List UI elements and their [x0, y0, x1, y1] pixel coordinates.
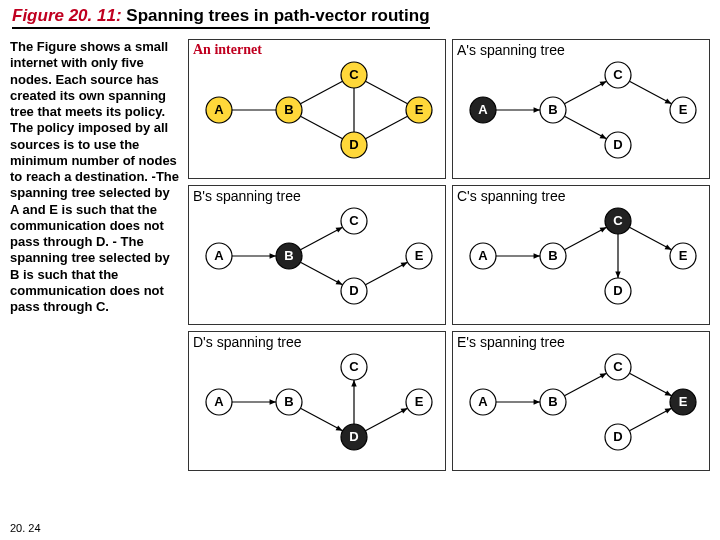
node-D: D — [341, 132, 367, 158]
panel-D: D's spanning tree A B C D E — [188, 331, 446, 471]
node-D: D — [605, 278, 631, 304]
svg-text:D: D — [613, 283, 622, 298]
edge-B-C — [564, 81, 606, 104]
node-C: C — [605, 354, 631, 380]
node-A: A — [470, 389, 496, 415]
edge-D-E — [365, 262, 407, 285]
node-A: A — [206, 243, 232, 269]
edge-B-C — [300, 227, 342, 250]
node-A: A — [206, 97, 232, 123]
node-E: E — [670, 243, 696, 269]
graph-svg: A B C D E — [453, 186, 711, 324]
svg-text:C: C — [613, 359, 623, 374]
svg-marker-10 — [534, 107, 540, 112]
svg-marker-53 — [270, 399, 276, 404]
panel-C: C's spanning tree A B C D E — [452, 185, 710, 325]
edge-B-C — [300, 81, 342, 104]
svg-marker-39 — [534, 253, 540, 258]
page-footer: 20. 24 — [10, 522, 41, 534]
node-B: B — [276, 389, 302, 415]
edge-D-E — [365, 408, 407, 431]
edge-D-B — [300, 408, 342, 431]
svg-text:B: B — [548, 394, 557, 409]
svg-text:B: B — [548, 248, 557, 263]
edge-B-D — [300, 116, 342, 139]
svg-text:A: A — [478, 394, 488, 409]
figure-title: Figure 20. 11: Spanning trees in path-ve… — [12, 6, 430, 29]
panels-grid: An internet A B C D E A's spanning tree … — [188, 39, 710, 471]
svg-text:B: B — [284, 102, 293, 117]
svg-marker-24 — [270, 253, 276, 258]
panel-A: A's spanning tree A B C D E — [452, 39, 710, 179]
graph-svg: A B C D E — [189, 186, 447, 324]
svg-text:A: A — [214, 394, 224, 409]
node-E: E — [670, 389, 696, 415]
svg-text:E: E — [415, 102, 424, 117]
graph-svg: A B C D E — [189, 40, 447, 178]
node-B: B — [276, 243, 302, 269]
svg-text:E: E — [415, 394, 424, 409]
node-C: C — [341, 208, 367, 234]
svg-text:E: E — [679, 394, 688, 409]
edge-B-D — [300, 262, 342, 285]
panel-internet: An internet A B C D E — [188, 39, 446, 179]
svg-text:C: C — [613, 213, 623, 228]
edge-C-E — [365, 81, 407, 104]
figure-number: Figure 20. 11: — [12, 6, 122, 25]
node-E: E — [406, 243, 432, 269]
svg-text:B: B — [284, 394, 293, 409]
svg-marker-54 — [351, 380, 356, 386]
figure-title-text: Spanning trees in path-vector routing — [122, 6, 430, 25]
edge-C-B — [564, 227, 606, 250]
node-B: B — [540, 243, 566, 269]
svg-text:E: E — [679, 248, 688, 263]
svg-text:A: A — [478, 248, 488, 263]
svg-text:A: A — [214, 102, 224, 117]
node-D: D — [341, 278, 367, 304]
graph-svg: A B C D E — [453, 40, 711, 178]
svg-text:C: C — [349, 67, 359, 82]
node-D: D — [605, 132, 631, 158]
node-B: B — [540, 389, 566, 415]
node-C: C — [605, 62, 631, 88]
svg-marker-68 — [534, 399, 540, 404]
node-E: E — [406, 97, 432, 123]
svg-text:E: E — [679, 102, 688, 117]
svg-text:D: D — [613, 429, 622, 444]
node-D: D — [605, 424, 631, 450]
panel-B: B's spanning tree A B C D E — [188, 185, 446, 325]
svg-text:D: D — [349, 429, 358, 444]
node-A: A — [470, 97, 496, 123]
svg-text:A: A — [478, 102, 488, 117]
edge-E-D — [629, 408, 671, 431]
node-A: A — [470, 243, 496, 269]
node-E: E — [406, 389, 432, 415]
edge-E-C — [629, 373, 671, 396]
svg-text:E: E — [415, 248, 424, 263]
node-C: C — [605, 208, 631, 234]
edge-C-E — [629, 81, 671, 104]
svg-text:B: B — [548, 102, 557, 117]
edge-B-D — [564, 116, 606, 139]
node-C: C — [341, 354, 367, 380]
svg-text:A: A — [214, 248, 224, 263]
node-A: A — [206, 389, 232, 415]
edge-C-E — [629, 227, 671, 250]
svg-text:B: B — [284, 248, 293, 263]
graph-svg: A B C D E — [189, 332, 447, 470]
svg-text:D: D — [349, 137, 358, 152]
svg-marker-40 — [615, 272, 620, 278]
edge-C-B — [564, 373, 606, 396]
node-B: B — [540, 97, 566, 123]
graph-svg: A B C D E — [453, 332, 711, 470]
svg-text:D: D — [613, 137, 622, 152]
svg-text:D: D — [349, 283, 358, 298]
svg-text:C: C — [349, 213, 359, 228]
panel-E: E's spanning tree A B C D E — [452, 331, 710, 471]
node-E: E — [670, 97, 696, 123]
node-B: B — [276, 97, 302, 123]
svg-text:C: C — [613, 67, 623, 82]
description-text: The Figure shows a small internet with o… — [10, 39, 180, 471]
edge-D-E — [365, 116, 407, 139]
svg-text:C: C — [349, 359, 359, 374]
